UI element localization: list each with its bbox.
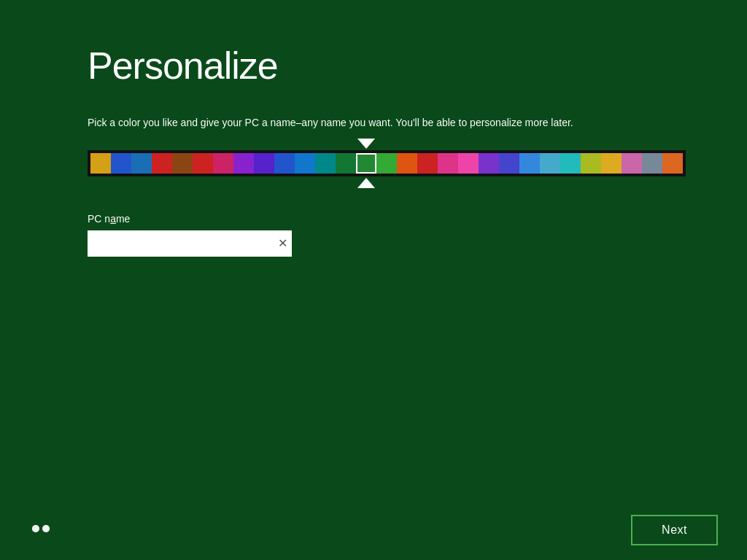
color-swatch-c10[interactable] [274, 153, 295, 174]
color-swatch-c27[interactable] [622, 153, 642, 174]
page-subtitle: Pick a color you like and give your PC a… [88, 117, 659, 128]
windows-logo[interactable] [29, 517, 53, 543]
color-swatch-c24[interactable] [560, 153, 581, 174]
color-swatch-c4[interactable] [152, 153, 172, 174]
color-swatch-c23[interactable] [540, 153, 560, 174]
color-swatch-c2[interactable] [111, 153, 131, 174]
color-swatch-c25[interactable] [581, 153, 601, 174]
selected-arrow-up [357, 178, 375, 188]
clear-input-button[interactable]: ✕ [278, 238, 287, 249]
color-swatch-c20[interactable] [479, 153, 499, 174]
color-swatch-c28[interactable] [642, 153, 662, 174]
color-swatch-c8[interactable] [233, 153, 254, 174]
color-swatch-c29[interactable] [662, 153, 683, 174]
color-swatch-c5[interactable] [172, 153, 193, 174]
bottom-bar: Next [0, 500, 747, 560]
color-swatch-c15[interactable] [376, 153, 397, 174]
color-picker-container [88, 150, 686, 176]
color-swatch-c1[interactable] [90, 153, 111, 174]
color-swatch-c21[interactable] [499, 153, 519, 174]
next-button[interactable]: Next [631, 515, 718, 545]
color-swatch-c14[interactable] [356, 153, 376, 174]
pc-name-label: PC name [88, 213, 659, 225]
svg-point-3 [41, 524, 51, 534]
color-swatch-c18[interactable] [438, 153, 458, 174]
color-strip [88, 150, 686, 176]
selected-arrow-down [357, 139, 375, 149]
color-swatch-c13[interactable] [336, 153, 356, 174]
color-swatch-c22[interactable] [519, 153, 540, 174]
pc-name-input[interactable] [88, 230, 292, 257]
page-title: Personalize [88, 44, 659, 88]
color-swatch-c11[interactable] [295, 153, 315, 174]
color-swatch-c19[interactable] [458, 153, 479, 174]
color-swatch-c9[interactable] [254, 153, 274, 174]
svg-point-2 [31, 524, 41, 534]
color-swatch-c12[interactable] [315, 153, 336, 174]
page-container: Personalize Pick a color you like and gi… [0, 0, 747, 560]
color-swatch-c26[interactable] [601, 153, 622, 174]
color-swatch-c16[interactable] [397, 153, 417, 174]
input-container: ✕ [88, 230, 292, 257]
color-swatch-c6[interactable] [193, 153, 213, 174]
color-swatch-c17[interactable] [417, 153, 438, 174]
color-swatch-c7[interactable] [213, 153, 233, 174]
color-swatch-c3[interactable] [131, 153, 152, 174]
